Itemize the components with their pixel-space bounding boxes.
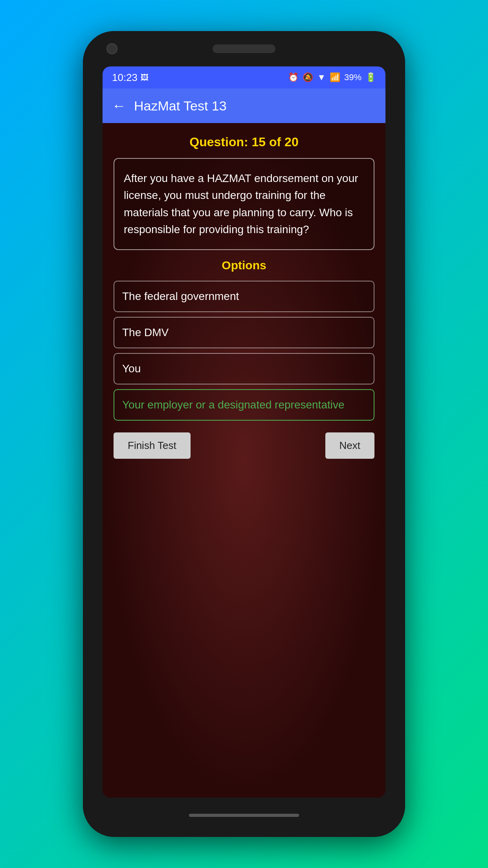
next-button[interactable]: Next (325, 432, 374, 459)
mute-icon: 🔕 (303, 72, 313, 83)
option-dmv-text: The DMV (122, 326, 169, 338)
back-button[interactable]: ← (112, 97, 126, 114)
battery-text: 39% (344, 72, 361, 83)
option-dmv[interactable]: The DMV (114, 317, 374, 348)
app-title: HazMat Test 13 (134, 98, 227, 114)
app-bar: ← HazMat Test 13 (103, 88, 385, 123)
options-list: The federal government The DMV You Your … (114, 281, 374, 421)
option-employer-text: Your employer or a designated representa… (122, 399, 345, 411)
question-counter: Question: 15 of 20 (114, 135, 374, 149)
finish-test-button[interactable]: Finish Test (114, 432, 191, 459)
wifi-icon: ▼ (317, 72, 326, 83)
signal-icon: 📶 (330, 72, 340, 83)
option-employer[interactable]: Your employer or a designated representa… (114, 389, 374, 421)
question-box: After you have a HAZMAT endorsement on y… (114, 158, 374, 250)
battery-icon: 🔋 (365, 72, 376, 83)
phone-shell: 10:23 🖼 ⏰ 🔕 ▼ 📶 39% 🔋 ← HazMat Test 13 Q… (83, 31, 405, 837)
status-time: 10:23 🖼 (112, 72, 149, 84)
screen-content: Question: 15 of 20 After you have a HAZM… (103, 123, 385, 798)
phone-top-bar (83, 31, 405, 66)
status-bar: 10:23 🖼 ⏰ 🔕 ▼ 📶 39% 🔋 (103, 66, 385, 88)
status-icons: ⏰ 🔕 ▼ 📶 39% 🔋 (288, 72, 376, 83)
buttons-row: Finish Test Next (114, 432, 374, 459)
photo-icon: 🖼 (141, 73, 149, 82)
question-text: After you have a HAZMAT endorsement on y… (124, 170, 364, 238)
phone-bottom (83, 798, 405, 833)
nav-bar-indicator (189, 814, 299, 817)
alarm-icon: ⏰ (288, 72, 299, 83)
phone-screen: 10:23 🖼 ⏰ 🔕 ▼ 📶 39% 🔋 ← HazMat Test 13 Q… (103, 66, 385, 798)
option-you-text: You (122, 362, 141, 375)
time-text: 10:23 (112, 72, 138, 84)
camera (106, 43, 117, 54)
option-you[interactable]: You (114, 353, 374, 384)
speaker (213, 44, 275, 53)
option-federal-government[interactable]: The federal government (114, 281, 374, 312)
option-federal-government-text: The federal government (122, 290, 239, 302)
options-label: Options (114, 259, 374, 272)
